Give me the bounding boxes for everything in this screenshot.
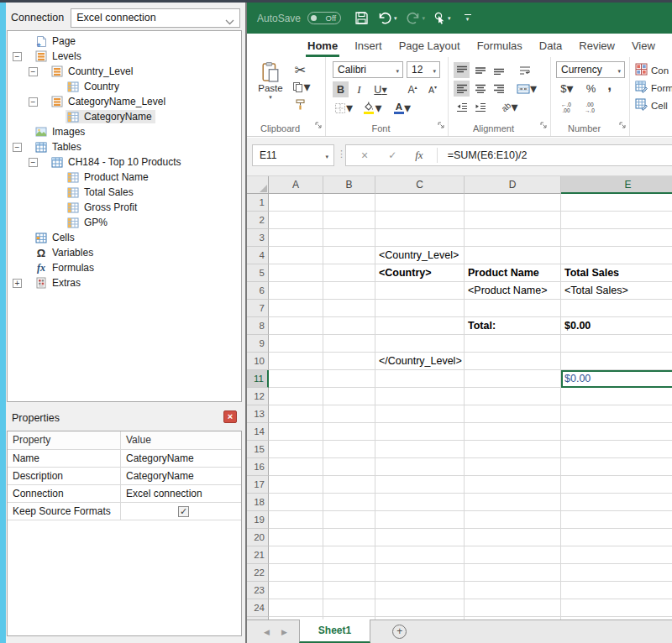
cell-E9[interactable] [561, 335, 672, 353]
tab-view[interactable]: View [623, 34, 664, 57]
format-as-table-button[interactable]: Form [635, 79, 672, 97]
row-header-12[interactable]: 12 [247, 388, 269, 405]
cell-E2[interactable] [561, 212, 672, 229]
dialog-launcher-icon[interactable] [539, 118, 548, 133]
cell-D17[interactable] [465, 476, 561, 494]
bottom-align-button[interactable] [491, 62, 507, 78]
row-header-24[interactable]: 24 [247, 599, 269, 617]
percent-style-button[interactable]: % [583, 81, 599, 97]
cell-E18[interactable] [561, 494, 672, 511]
formula-bar[interactable]: × ✓ fx =SUM(E6:E10)/2 [345, 144, 672, 166]
row-header-8[interactable]: 8 [247, 317, 269, 335]
row-header-14[interactable]: 14 [247, 423, 269, 441]
cell-D4[interactable] [465, 247, 561, 264]
accounting-format-button[interactable]: $ ▾ [556, 81, 578, 97]
font-color-button[interactable]: A ▾ [391, 100, 413, 116]
cell-C7[interactable] [375, 300, 465, 317]
enter-icon[interactable]: ✓ [388, 149, 396, 161]
cell-A23[interactable] [269, 582, 323, 599]
touch-mouse-mode-button[interactable]: ▾ [433, 12, 451, 25]
checkbox-checked-icon[interactable]: ✓ [178, 506, 189, 517]
merge-center-button[interactable]: ▾ [516, 81, 538, 97]
cell-D21[interactable] [465, 546, 561, 564]
cell-A1[interactable] [269, 194, 323, 212]
cell-C12[interactable] [375, 388, 465, 405]
cell-B8[interactable] [323, 317, 375, 335]
dialog-launcher-icon[interactable] [437, 118, 445, 133]
decrease-decimal-button[interactable]: .00→.0 [580, 99, 600, 115]
font-name-dropdown[interactable]: Calibri ▾ [333, 61, 403, 78]
align-right-button[interactable] [491, 81, 507, 97]
tree-item-product-name[interactable]: Product Name [8, 170, 241, 185]
cell-D14[interactable] [465, 423, 561, 441]
cell-B4[interactable] [323, 247, 375, 264]
row-header-16[interactable]: 16 [247, 458, 269, 476]
cell-C17[interactable] [375, 476, 465, 494]
cell-A12[interactable] [269, 388, 323, 405]
cell-B10[interactable] [323, 353, 375, 370]
row-header-23[interactable]: 23 [247, 582, 269, 599]
cell-A15[interactable] [269, 441, 323, 458]
borders-button[interactable]: ▾ [333, 100, 354, 116]
cell-E12[interactable] [561, 388, 672, 405]
cell-A19[interactable] [269, 511, 323, 529]
insert-function-icon[interactable]: fx [415, 149, 423, 162]
row-header-19[interactable]: 19 [247, 511, 269, 529]
cell-B19[interactable] [323, 511, 375, 529]
number-format-dropdown[interactable]: Currency ▾ [556, 61, 625, 78]
cell-B7[interactable] [323, 300, 375, 317]
cell-A5[interactable] [269, 264, 323, 282]
cell-D7[interactable] [465, 300, 561, 317]
cell-E14[interactable] [561, 423, 672, 441]
column-header-A[interactable]: A [269, 176, 323, 194]
autosave-toggle[interactable]: Off [307, 12, 341, 24]
cell-C2[interactable] [375, 212, 465, 229]
cell-B13[interactable] [323, 405, 375, 423]
cell-B3[interactable] [323, 229, 375, 247]
prev-sheet-icon[interactable]: ◀ [264, 628, 270, 636]
cell-B2[interactable] [323, 212, 375, 229]
row-header-4[interactable]: 4 [247, 247, 269, 264]
cell-D2[interactable] [465, 212, 561, 229]
active-cell-E11[interactable] [561, 370, 672, 388]
cell-A17[interactable] [269, 476, 323, 494]
cell-E17[interactable] [561, 476, 672, 494]
cell-A9[interactable] [269, 335, 323, 353]
minus-expander-icon[interactable]: − [29, 97, 38, 107]
cell-E19[interactable] [561, 511, 672, 529]
tree-item-categoryname-level[interactable]: −CategoryName_Level [8, 94, 241, 109]
cell-A14[interactable] [269, 423, 323, 441]
cell-D10[interactable] [465, 353, 561, 370]
cell-D1[interactable] [465, 194, 561, 212]
cell-styles-button[interactable]: Cell [635, 97, 672, 114]
tree-item-extras[interactable]: +Extras [8, 275, 241, 290]
tab-formulas[interactable]: Formulas [469, 34, 531, 57]
cell-B20[interactable] [323, 529, 375, 546]
minus-expander-icon[interactable]: − [13, 143, 22, 152]
tree-item-gp[interactable]: GP% [8, 215, 241, 230]
minus-expander-icon[interactable]: − [13, 52, 22, 61]
cell-A6[interactable] [269, 282, 323, 300]
tree-item-levels[interactable]: −Levels [8, 49, 241, 64]
cell-E24[interactable] [561, 599, 672, 617]
row-header-2[interactable]: 2 [247, 212, 269, 229]
cell-C9[interactable] [375, 335, 465, 353]
cell-A21[interactable] [269, 546, 323, 564]
row-header-10[interactable]: 10 [247, 353, 269, 370]
cell-E15[interactable] [561, 441, 672, 458]
cell-D23[interactable] [465, 582, 561, 599]
row-header-21[interactable]: 21 [247, 546, 269, 564]
plus-expander-icon[interactable]: + [13, 279, 22, 288]
cell-E21[interactable] [561, 546, 672, 564]
cell-C22[interactable] [375, 564, 465, 582]
cell-E20[interactable] [561, 529, 672, 546]
cell-B22[interactable] [323, 564, 375, 582]
row-header-22[interactable]: 22 [247, 564, 269, 582]
tab-home[interactable]: Home [299, 34, 346, 57]
property-row-name[interactable]: NameCategoryName [8, 450, 241, 468]
new-sheet-button[interactable]: + [392, 625, 407, 639]
tab-review[interactable]: Review [570, 34, 623, 57]
cell-E23[interactable] [561, 582, 672, 599]
cell-B15[interactable] [323, 441, 375, 458]
cell-C1[interactable] [375, 194, 465, 212]
